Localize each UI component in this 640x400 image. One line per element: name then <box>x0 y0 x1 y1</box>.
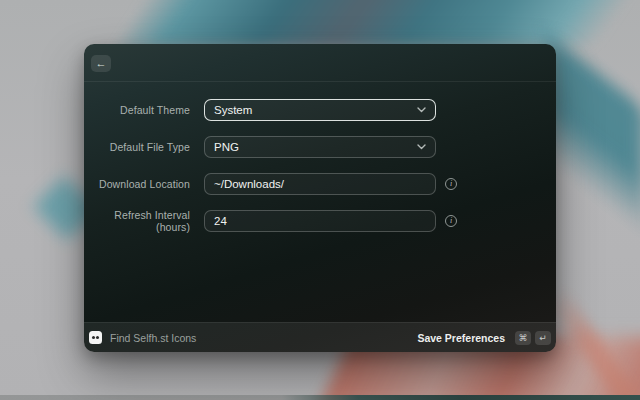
info-icon[interactable]: i <box>445 178 457 190</box>
field-row-default-file-type: Default File Type PNG <box>84 136 556 158</box>
window-header: ← <box>84 44 556 82</box>
screen: ← Default Theme System Default File Type… <box>0 0 640 400</box>
field-row-default-theme: Default Theme System <box>84 99 556 121</box>
dropdown-value: PNG <box>214 141 239 153</box>
refresh-interval-field-box <box>204 210 436 232</box>
wallpaper-teal-band-top <box>116 0 640 48</box>
dropdown-value: System <box>214 104 252 116</box>
footer-actions: Save Preferences ⌘ ↵ <box>417 331 551 345</box>
field-label: Default Theme <box>84 104 190 116</box>
back-button[interactable]: ← <box>91 55 111 72</box>
wallpaper-teal-shape-right <box>548 34 640 234</box>
default-theme-dropdown[interactable]: System <box>204 99 436 121</box>
chevron-down-icon <box>417 107 426 113</box>
selfhst-logo-icon <box>89 331 102 344</box>
download-location-field-box <box>204 173 436 195</box>
field-label: Default File Type <box>84 141 190 153</box>
return-key-icon: ↵ <box>535 331 551 345</box>
field-label: Download Location <box>84 178 190 190</box>
wallpaper-bottom-strip <box>0 395 640 400</box>
download-location-input[interactable] <box>214 174 426 194</box>
refresh-interval-input[interactable] <box>214 211 426 231</box>
back-arrow-icon: ← <box>96 57 107 69</box>
extension-identity: Find Selfh.st Icons <box>89 331 196 344</box>
field-row-download-location: Download Location i <box>84 173 556 195</box>
preferences-window: ← Default Theme System Default File Type… <box>84 44 556 352</box>
command-key-icon: ⌘ <box>515 331 531 345</box>
field-label: Refresh Interval (hours) <box>84 209 190 233</box>
extension-name: Find Selfh.st Icons <box>110 332 196 344</box>
info-icon[interactable]: i <box>445 215 457 227</box>
save-preferences-button[interactable]: Save Preferences <box>417 332 505 344</box>
chevron-down-icon <box>417 144 426 150</box>
field-row-refresh-interval: Refresh Interval (hours) i <box>84 210 556 232</box>
preferences-form: Default Theme System Default File Type P… <box>84 82 556 232</box>
window-footer: Find Selfh.st Icons Save Preferences ⌘ ↵ <box>84 322 556 352</box>
default-file-type-dropdown[interactable]: PNG <box>204 136 436 158</box>
